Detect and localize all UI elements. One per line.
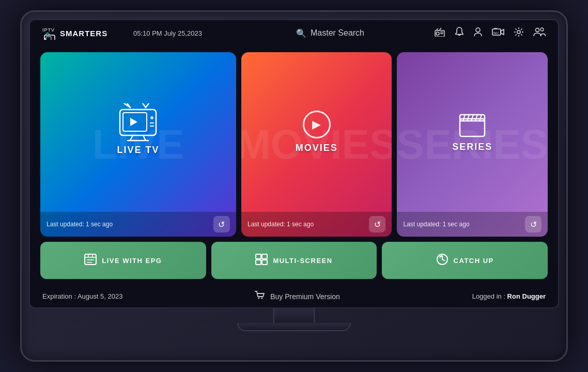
live-tv-refresh[interactable]: ↺	[213, 216, 230, 233]
svg-text:REC: REC	[493, 32, 499, 35]
svg-rect-4	[46, 37, 51, 40]
card-series-inner: SERIES	[397, 52, 548, 212]
multi-screen-label: MULTI-SCREEN	[273, 257, 332, 265]
bottom-row: LIVE WITH EPG MULTI-SCREEN	[40, 242, 548, 279]
svg-rect-14	[494, 28, 497, 29]
settings-icon[interactable]	[514, 27, 524, 40]
svg-line-35	[467, 115, 469, 121]
multi-screen-icon	[255, 254, 268, 267]
screen-content: IPTV ▶ SMARTERS 05:10 PM July 25,2023 🔍 …	[30, 20, 558, 307]
catch-up-label: CATCH UP	[454, 257, 494, 265]
movies-play-icon: ▶	[303, 111, 331, 138]
svg-text:IPTV: IPTV	[42, 27, 55, 33]
svg-rect-40	[85, 254, 96, 265]
multi-user-icon[interactable]	[533, 27, 546, 40]
svg-rect-48	[256, 260, 261, 265]
catch-up-icon	[436, 253, 448, 268]
record-icon[interactable]: REC	[492, 27, 504, 39]
radio-icon[interactable]	[434, 27, 445, 39]
svg-rect-49	[262, 260, 267, 265]
card-series[interactable]: SERIES	[397, 52, 548, 237]
svg-point-26	[150, 116, 153, 119]
card-catch-up[interactable]: CATCH UP	[382, 242, 548, 279]
cart-icon	[255, 290, 265, 302]
nav-icons: REC	[434, 27, 546, 40]
tv-screen: IPTV ▶ SMARTERS 05:10 PM July 25,2023 🔍 …	[29, 19, 559, 308]
logged-in-prefix: Logged in :	[472, 292, 507, 300]
header: IPTV ▶ SMARTERS 05:10 PM July 25,2023 🔍 …	[30, 20, 558, 46]
search-icon: 🔍	[296, 28, 306, 38]
svg-point-18	[540, 28, 544, 31]
tv-stand-neck	[273, 308, 315, 323]
svg-line-34	[463, 115, 465, 121]
svg-point-17	[536, 28, 539, 32]
card-live-tv-inner: LIVE TV	[115, 52, 161, 212]
search-bar[interactable]: 🔍 Master Search	[235, 28, 426, 38]
svg-line-22	[146, 103, 149, 107]
series-label: SERIES	[452, 142, 492, 152]
card-movies-inner: ▶ MOVIES	[241, 52, 392, 212]
svg-line-37	[475, 115, 477, 121]
username: Ron Dugger	[507, 292, 546, 300]
tv-stand-base	[237, 323, 351, 331]
card-live-epg[interactable]: LIVE WITH EPG	[40, 242, 206, 279]
card-live-tv[interactable]: LIVE	[40, 52, 236, 237]
live-tv-icon	[115, 103, 161, 145]
datetime: 05:10 PM July 25,2023	[133, 29, 226, 37]
svg-point-12	[476, 28, 480, 32]
svg-line-21	[143, 103, 146, 107]
buy-premium[interactable]: Buy Premium Version	[255, 290, 340, 302]
logo-area: IPTV ▶ SMARTERS	[42, 26, 125, 40]
svg-point-53	[261, 298, 263, 299]
svg-line-30	[143, 135, 146, 141]
card-multi-screen[interactable]: MULTI-SCREEN	[211, 242, 377, 279]
search-label: Master Search	[311, 28, 364, 38]
expiration-text: Expiration : August 5, 2023	[42, 292, 122, 300]
svg-rect-46	[256, 254, 261, 259]
footer-bar: Expiration : August 5, 2023 Buy Premium …	[30, 285, 558, 307]
iptv-logo-icon: IPTV ▶	[42, 26, 58, 40]
series-footer: Last updated: 1 sec ago ↺	[397, 212, 548, 237]
series-updated: Last updated: 1 sec ago	[403, 221, 469, 228]
series-refresh[interactable]: ↺	[525, 216, 541, 233]
tv-outer: IPTV ▶ SMARTERS 05:10 PM July 25,2023 🔍 …	[20, 10, 568, 362]
svg-rect-47	[262, 254, 267, 259]
movies-refresh[interactable]: ↺	[369, 216, 385, 233]
svg-text:▶: ▶	[44, 37, 47, 40]
svg-line-29	[130, 135, 133, 141]
logo-smarters: SMARTERS	[60, 29, 107, 38]
svg-point-16	[517, 30, 520, 34]
svg-marker-25	[130, 118, 137, 126]
live-tv-footer: Last updated: 1 sec ago ↺	[40, 212, 236, 237]
epg-label: LIVE WITH EPG	[102, 257, 162, 265]
movies-updated: Last updated: 1 sec ago	[247, 221, 314, 228]
cards-row-top: LIVE	[40, 52, 548, 237]
live-tv-updated: Last updated: 1 sec ago	[47, 221, 113, 228]
epg-icon	[84, 254, 97, 268]
series-clapper-icon	[458, 112, 487, 137]
main-content: LIVE	[30, 46, 558, 285]
svg-point-7	[436, 32, 439, 35]
svg-line-36	[471, 115, 473, 121]
user-icon[interactable]	[473, 27, 483, 40]
buy-premium-text: Buy Premium Version	[270, 292, 340, 301]
live-tv-label: LIVE TV	[117, 145, 159, 156]
movies-label: MOVIES	[296, 143, 338, 153]
card-movies[interactable]: MOVIES ▶ MOVIES Last updated: 1 sec ago …	[241, 52, 392, 237]
logged-in-area: Logged in : Ron Dugger	[472, 292, 546, 300]
svg-point-52	[258, 298, 260, 299]
bell-icon[interactable]	[455, 27, 464, 40]
svg-line-38	[479, 115, 482, 121]
movies-footer: Last updated: 1 sec ago ↺	[241, 212, 392, 237]
